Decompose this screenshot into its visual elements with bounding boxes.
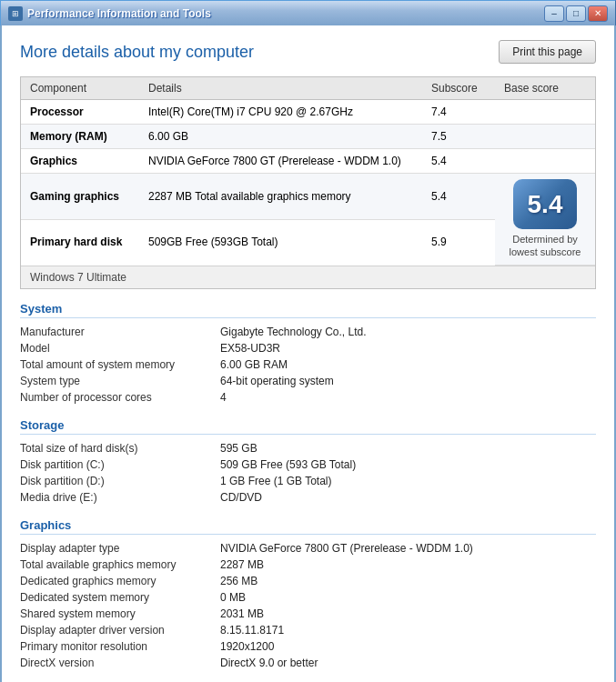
print-button[interactable]: Print this page (499, 40, 596, 64)
list-item: Media drive (E:)CD/DVD (20, 489, 596, 506)
list-item: Display adapter typeNVIDIA GeForce 7800 … (20, 540, 596, 557)
close-button[interactable]: ✕ (588, 5, 608, 22)
system-info-table: ManufacturerGigabyte Technology Co., Ltd… (20, 324, 596, 406)
score-badge-label: Determined bylowest subscore (510, 233, 581, 259)
section-graphics: Graphics (20, 518, 596, 535)
info-value: 8.15.11.8171 (220, 622, 596, 638)
subscore-cell: 5.9 (422, 219, 495, 265)
basescore-cell: 5.4 Determined bylowest subscore (495, 174, 595, 266)
list-item: Total size of hard disk(s)595 GB (20, 440, 596, 456)
section-storage: Storage (20, 418, 596, 435)
graphics-info-table: Display adapter typeNVIDIA GeForce 7800 … (20, 540, 596, 671)
subscore-cell: 7.5 (422, 125, 495, 149)
basescore-cell (495, 149, 595, 174)
basescore-cell (495, 125, 595, 149)
title-bar-text: Performance Information and Tools (27, 7, 544, 20)
list-item: ManufacturerGigabyte Technology Co., Ltd… (20, 324, 596, 340)
details-cell: 509GB Free (593GB Total) (139, 219, 422, 265)
col-subscore: Subscore (422, 77, 495, 100)
component-cell: Graphics (21, 149, 139, 174)
title-bar: ⊞ Performance Information and Tools – □ … (0, 0, 616, 25)
score-table: Component Details Subscore Base score Pr… (21, 77, 595, 266)
info-label: Total available graphics memory (20, 557, 220, 573)
info-label: Disk partition (D:) (20, 473, 220, 489)
list-item: Display adapter driver version8.15.11.81… (20, 622, 596, 638)
app-icon: ⊞ (8, 6, 23, 21)
table-row: Gaming graphics2287 MB Total available g… (21, 174, 595, 220)
header-row: More details about my computer Print thi… (20, 40, 596, 64)
list-item: Number of processor cores4 (20, 389, 596, 406)
subscore-cell: 5.4 (422, 174, 495, 220)
list-item: Primary monitor resolution1920x1200 (20, 638, 596, 655)
info-label: Model (20, 340, 220, 356)
score-table-wrapper: Component Details Subscore Base score Pr… (20, 76, 596, 289)
info-label: Total amount of system memory (20, 356, 220, 373)
section-system: System (20, 302, 596, 318)
info-value: EX58-UD3R (220, 340, 596, 356)
info-value: 64-bit operating system (220, 373, 596, 389)
table-row: ProcessorIntel(R) Core(TM) i7 CPU 920 @ … (21, 100, 595, 125)
info-value: 595 GB (220, 440, 596, 456)
score-badge: 5.4 Determined bylowest subscore (510, 179, 581, 259)
info-label: Display adapter type (20, 540, 220, 557)
info-value: 1920x1200 (220, 638, 596, 655)
info-value: 6.00 GB RAM (220, 356, 596, 373)
col-basescore: Base score (495, 77, 595, 100)
title-bar-buttons: – □ ✕ (544, 5, 608, 22)
details-cell: 2287 MB Total available graphics memory (139, 174, 422, 220)
info-value: 1 GB Free (1 GB Total) (220, 473, 596, 489)
list-item: System type64-bit operating system (20, 373, 596, 389)
main-window: More details about my computer Print thi… (0, 25, 616, 682)
basescore-cell (495, 100, 595, 125)
info-label: Dedicated system memory (20, 589, 220, 606)
details-cell: Intel(R) Core(TM) i7 CPU 920 @ 2.67GHz (139, 100, 422, 125)
info-label: Dedicated graphics memory (20, 573, 220, 589)
content-area: More details about my computer Print thi… (2, 25, 614, 682)
info-value: 509 GB Free (593 GB Total) (220, 456, 596, 473)
info-label: Display adapter driver version (20, 622, 220, 638)
info-value: 2031 MB (220, 606, 596, 622)
list-item: Dedicated system memory0 MB (20, 589, 596, 606)
details-cell: NVIDIA GeForce 7800 GT (Prerelease - WDD… (139, 149, 422, 174)
windows-edition-text: Windows 7 Ultimate (30, 271, 126, 284)
score-number: 5.4 (513, 179, 577, 229)
list-item: DirectX versionDirectX 9.0 or better (20, 655, 596, 671)
info-value: DirectX 9.0 or better (220, 655, 596, 671)
info-label: Manufacturer (20, 324, 220, 340)
page-title: More details about my computer (20, 43, 254, 62)
list-item: Total available graphics memory2287 MB (20, 557, 596, 573)
info-value: NVIDIA GeForce 7800 GT (Prerelease - WDD… (220, 540, 596, 557)
info-value: 2287 MB (220, 557, 596, 573)
component-cell: Memory (RAM) (21, 125, 139, 149)
list-item: Dedicated graphics memory256 MB (20, 573, 596, 589)
component-cell: Gaming graphics (21, 174, 139, 220)
windows-edition-row: Windows 7 Ultimate (21, 266, 595, 288)
list-item: ModelEX58-UD3R (20, 340, 596, 356)
info-value: 0 MB (220, 589, 596, 606)
subscore-cell: 5.4 (422, 149, 495, 174)
list-item: Disk partition (C:)509 GB Free (593 GB T… (20, 456, 596, 473)
info-value: 256 MB (220, 573, 596, 589)
storage-info-table: Total size of hard disk(s)595 GBDisk par… (20, 440, 596, 506)
col-details: Details (139, 77, 422, 100)
minimize-button[interactable]: – (544, 5, 564, 22)
info-value: CD/DVD (220, 489, 596, 506)
info-label: Primary monitor resolution (20, 638, 220, 655)
maximize-button[interactable]: □ (566, 5, 586, 22)
table-row: Memory (RAM)6.00 GB7.5 (21, 125, 595, 149)
list-item: Disk partition (D:)1 GB Free (1 GB Total… (20, 473, 596, 489)
list-item: Total amount of system memory6.00 GB RAM (20, 356, 596, 373)
info-label: Media drive (E:) (20, 489, 220, 506)
info-label: Total size of hard disk(s) (20, 440, 220, 456)
info-label: Number of processor cores (20, 389, 220, 406)
table-row: GraphicsNVIDIA GeForce 7800 GT (Prerelea… (21, 149, 595, 174)
component-cell: Processor (21, 100, 139, 125)
info-label: System type (20, 373, 220, 389)
info-value: 4 (220, 389, 596, 406)
info-label: Shared system memory (20, 606, 220, 622)
list-item: Shared system memory2031 MB (20, 606, 596, 622)
info-label: Disk partition (C:) (20, 456, 220, 473)
info-label: DirectX version (20, 655, 220, 671)
info-value: Gigabyte Technology Co., Ltd. (220, 324, 596, 340)
component-cell: Primary hard disk (21, 219, 139, 265)
